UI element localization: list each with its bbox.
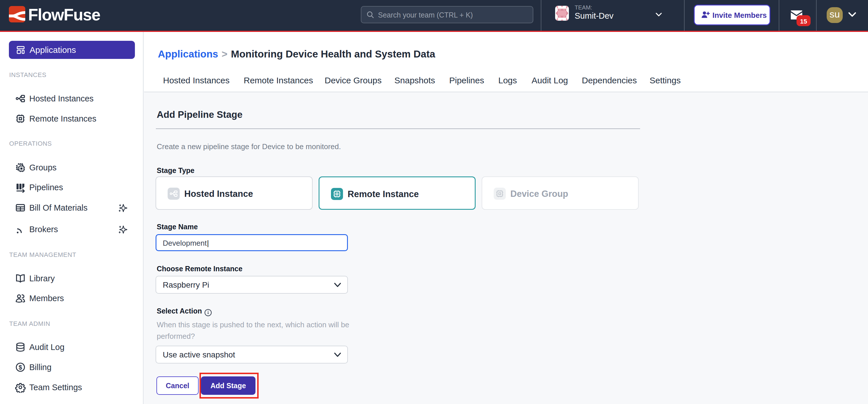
svg-text:$: $ xyxy=(19,364,22,371)
